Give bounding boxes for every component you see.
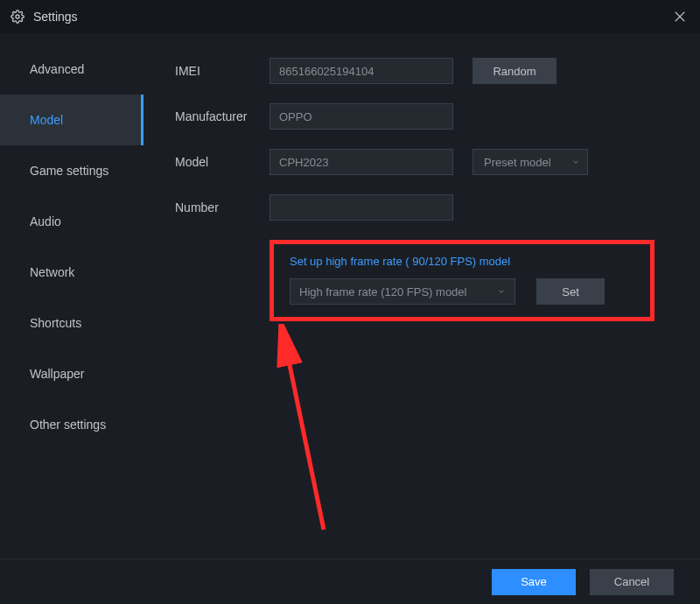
- row-imei: IMEI Random: [175, 58, 668, 84]
- sidebar-item-wallpaper[interactable]: Wallpaper: [0, 348, 144, 399]
- sidebar-item-label: Advanced: [30, 62, 84, 76]
- close-icon[interactable]: [672, 9, 688, 25]
- sidebar-item-advanced[interactable]: Advanced: [0, 44, 144, 95]
- row-model: Model Preset model: [175, 149, 668, 175]
- high-frame-rate-title: Set up high frame rate ( 90/120 FPS) mod…: [290, 255, 634, 268]
- high-frame-rate-select[interactable]: High frame rate (120 FPS) model: [290, 278, 515, 305]
- sidebar-item-label: Other settings: [30, 418, 106, 432]
- high-frame-rate-value: High frame rate (120 FPS) model: [299, 285, 466, 298]
- chevron-down-icon: [497, 285, 506, 298]
- sidebar-item-model[interactable]: Model: [0, 95, 144, 145]
- model-input[interactable]: [270, 149, 453, 175]
- titlebar: Settings: [0, 0, 700, 33]
- number-label: Number: [175, 200, 270, 214]
- random-button[interactable]: Random: [472, 58, 556, 84]
- save-button[interactable]: Save: [492, 569, 576, 595]
- high-frame-rate-highlight: Set up high frame rate ( 90/120 FPS) mod…: [270, 240, 654, 321]
- row-manufacturer: Manufacturer: [175, 103, 668, 130]
- sidebar-item-audio[interactable]: Audio: [0, 196, 144, 247]
- sidebar-item-label: Network: [30, 265, 74, 279]
- sidebar-item-label: Audio: [30, 214, 61, 228]
- preset-model-select[interactable]: Preset model: [472, 149, 588, 175]
- sidebar-item-network[interactable]: Network: [0, 247, 144, 298]
- number-input[interactable]: [270, 194, 453, 221]
- sidebar-item-label: Game settings: [30, 164, 108, 178]
- svg-point-0: [16, 15, 19, 18]
- manufacturer-label: Manufacturer: [175, 109, 270, 123]
- sidebar-item-label: Wallpaper: [30, 367, 85, 381]
- sidebar-item-shortcuts[interactable]: Shortcuts: [0, 298, 144, 348]
- sidebar-item-other-settings[interactable]: Other settings: [0, 399, 144, 450]
- preset-model-value: Preset model: [484, 156, 551, 169]
- set-button[interactable]: Set: [536, 278, 605, 305]
- sidebar: Advanced Model Game settings Audio Netwo…: [0, 33, 144, 558]
- manufacturer-input[interactable]: [270, 103, 453, 130]
- sidebar-item-label: Model: [30, 113, 63, 127]
- high-frame-rate-row: High frame rate (120 FPS) model Set: [290, 278, 634, 305]
- sidebar-item-game-settings[interactable]: Game settings: [0, 145, 144, 196]
- row-number: Number: [175, 194, 668, 221]
- main-panel: IMEI Random Manufacturer Model Preset mo…: [144, 33, 700, 558]
- gear-icon: [10, 10, 24, 24]
- footer: Save Cancel: [0, 558, 700, 604]
- cancel-button[interactable]: Cancel: [590, 569, 674, 595]
- imei-input[interactable]: [270, 58, 453, 84]
- model-label: Model: [175, 155, 270, 169]
- imei-label: IMEI: [175, 64, 270, 78]
- window-title: Settings: [33, 10, 78, 24]
- chevron-down-icon: [571, 156, 580, 169]
- sidebar-item-label: Shortcuts: [30, 316, 81, 330]
